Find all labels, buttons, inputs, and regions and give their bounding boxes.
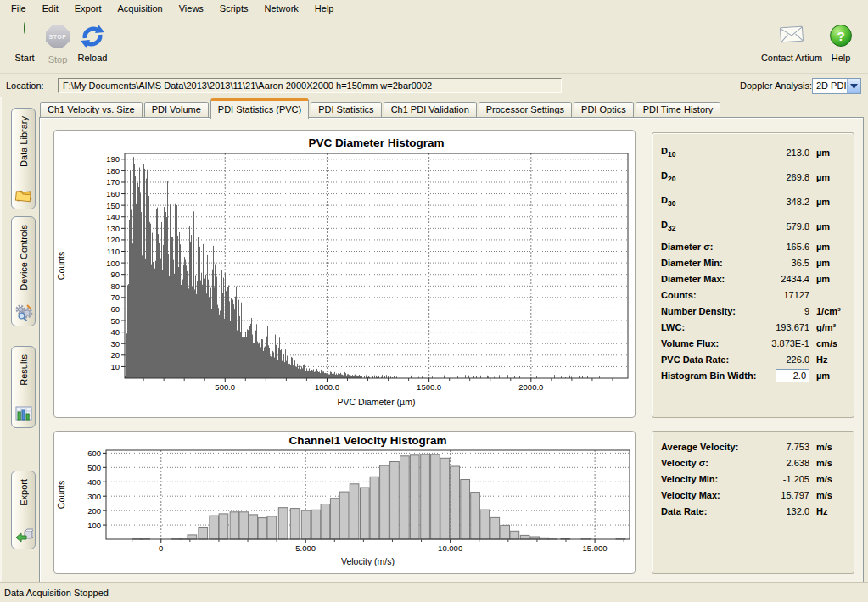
svg-text:70: 70	[110, 293, 120, 302]
svg-text:140: 140	[106, 212, 120, 221]
tab-processor-settings[interactable]: Processor Settings	[479, 102, 572, 118]
stat-row-d32: D32579.8µm	[652, 214, 854, 238]
stat-value: 2434.4	[757, 274, 809, 284]
histogram-bin-width-input[interactable]	[776, 369, 809, 382]
gears-icon	[14, 303, 33, 321]
menu-item-network[interactable]: Network	[256, 2, 306, 15]
svg-text:10.000: 10.000	[438, 543, 462, 553]
start-button-label: Start	[14, 53, 34, 63]
sidebar-tab-export[interactable]: Export	[11, 471, 36, 549]
stat-unit: m/s	[809, 442, 847, 452]
stat-value: 579.8	[757, 221, 809, 231]
location-label: Location:	[6, 81, 44, 91]
svg-text:110: 110	[107, 247, 120, 256]
stat-value: 269.8	[757, 172, 809, 182]
menu-item-scripts[interactable]: Scripts	[212, 2, 257, 15]
help-button[interactable]: ? Help	[826, 23, 856, 63]
sidebar-tab-label: Data Library	[19, 116, 29, 167]
svg-text:130: 130	[106, 224, 120, 233]
svg-text:0: 0	[159, 543, 163, 553]
stat-row-volume-flux: Volume Flux:3.873E-1cm/s	[652, 335, 854, 351]
velocity-histogram-panel: Channel1 Velocity HistogramVelocity (m/s…	[53, 431, 636, 574]
doppler-analysis-dropdown[interactable]: 2D PDI	[812, 78, 861, 94]
stat-label: Histogram Bin Width:	[661, 371, 757, 381]
svg-text:50: 50	[110, 316, 120, 326]
svg-text:1500.0: 1500.0	[417, 382, 441, 392]
svg-text:90: 90	[110, 270, 120, 279]
svg-text:100: 100	[106, 259, 120, 268]
svg-text:300: 300	[87, 492, 101, 501]
menu-item-export[interactable]: Export	[67, 2, 110, 15]
svg-text:2000.0: 2000.0	[518, 382, 543, 392]
svg-text:120: 120	[106, 235, 120, 244]
tab-ch1-pdi-validation[interactable]: Ch1 PDI Validation	[384, 102, 477, 118]
menu-item-views[interactable]: Views	[171, 2, 212, 15]
menu-item-file[interactable]: File	[3, 2, 35, 15]
svg-text:170: 170	[106, 177, 120, 187]
stat-value: 15.797	[757, 490, 809, 500]
tab-pdi-statistics[interactable]: PDI Statistics	[311, 102, 381, 118]
status-bar: Data Acquisition Stopped	[0, 582, 868, 602]
stat-value: 36.5	[757, 258, 809, 268]
folders-icon	[14, 186, 33, 204]
menu-item-edit[interactable]: Edit	[35, 2, 67, 15]
svg-text:15.000: 15.000	[583, 543, 608, 553]
svg-text:200: 200	[87, 506, 101, 516]
stat-label: PVC Data Rate:	[661, 354, 757, 365]
reload-icon	[79, 23, 106, 50]
chevron-down-icon[interactable]	[847, 79, 860, 93]
sidebar-tab-device-controls[interactable]: Device Controls	[11, 216, 36, 326]
svg-text:180: 180	[106, 166, 120, 176]
stat-label: Velocity Max:	[661, 490, 757, 500]
svg-text:10: 10	[110, 362, 120, 371]
stat-unit: m/s	[809, 458, 847, 468]
stat-unit: m/s	[809, 490, 847, 500]
help-icon: ?	[827, 23, 854, 50]
sidebar-tab-results[interactable]: Results	[11, 346, 36, 428]
svg-text:500.0: 500.0	[215, 382, 235, 392]
tab-content-pdi-statistics-pvc: PVC Diameter HistogramPVC Diameter (µm)C…	[39, 117, 864, 582]
tab-pdi-optics[interactable]: PDI Optics	[574, 102, 634, 118]
stat-row-lwc: LWC:193.671g/m³	[652, 319, 854, 335]
svg-text:400: 400	[87, 477, 101, 487]
stat-row-velocity-min: Velocity Min:-1.205m/s	[652, 471, 854, 487]
stat-value: 348.2	[757, 197, 809, 207]
stat-row-data-rate: Data Rate:132.0Hz	[652, 503, 854, 519]
stat-unit: g/m³	[809, 322, 847, 332]
stat-row-d30: D30348.2µm	[652, 189, 854, 214]
start-icon	[11, 23, 38, 50]
stat-label: Counts:	[661, 290, 757, 300]
contact-artium-button[interactable]: Contact Artium	[753, 23, 831, 63]
start-button[interactable]: Start	[7, 23, 42, 63]
sidebar-tab-data-library[interactable]: Data Library	[11, 108, 36, 209]
tab-pdi-volume[interactable]: PDI Volume	[144, 102, 209, 118]
workspace: Data LibraryDevice ControlsResultsExport…	[0, 97, 868, 582]
tab-pdi-statistics-pvc[interactable]: PDI Statistics (PVC)	[210, 98, 309, 119]
stat-unit: µm	[809, 242, 847, 252]
stat-unit: m/s	[809, 474, 847, 484]
stat-value: 2.638	[757, 458, 809, 468]
stat-value: 17127	[757, 290, 809, 300]
reload-button[interactable]: Reload	[73, 23, 112, 63]
menu-item-acquisition[interactable]: Acquisition	[110, 2, 171, 15]
stat-label: Number Density:	[661, 306, 757, 316]
envelope-icon	[778, 23, 805, 50]
stop-icon: STOP	[44, 25, 71, 52]
stat-value: 226.0	[757, 354, 809, 365]
menu-item-help[interactable]: Help	[307, 2, 343, 15]
velocity-statistics-panel: Average Velocity:7.753m/sVelocity σ:2.63…	[652, 431, 854, 574]
stop-button: STOP Stop	[42, 23, 73, 64]
stat-value: 7.753	[757, 442, 809, 452]
location-field[interactable]: F:\My Documents\AIMS Data\2013\2013\11\2…	[58, 78, 562, 93]
stat-label: Data Rate:	[661, 506, 757, 516]
svg-text:40: 40	[110, 327, 120, 337]
tab-pdi-time-history[interactable]: PDI Time History	[636, 102, 721, 118]
contact-artium-label: Contact Artium	[761, 53, 822, 63]
stat-unit: cm/s	[809, 338, 847, 348]
tab-ch1-velocity-vs-size[interactable]: Ch1 Velocity vs. Size	[40, 102, 143, 118]
tab-area: Ch1 Velocity vs. SizePDI VolumePDI Stati…	[39, 97, 864, 582]
svg-text:Counts: Counts	[56, 481, 66, 509]
stat-row-number-density: Number Density:91/cm³	[652, 303, 854, 319]
stat-row-velocity-max: Velocity Max:15.797m/s	[652, 487, 854, 503]
sidebar-tab-label: Export	[19, 479, 29, 506]
